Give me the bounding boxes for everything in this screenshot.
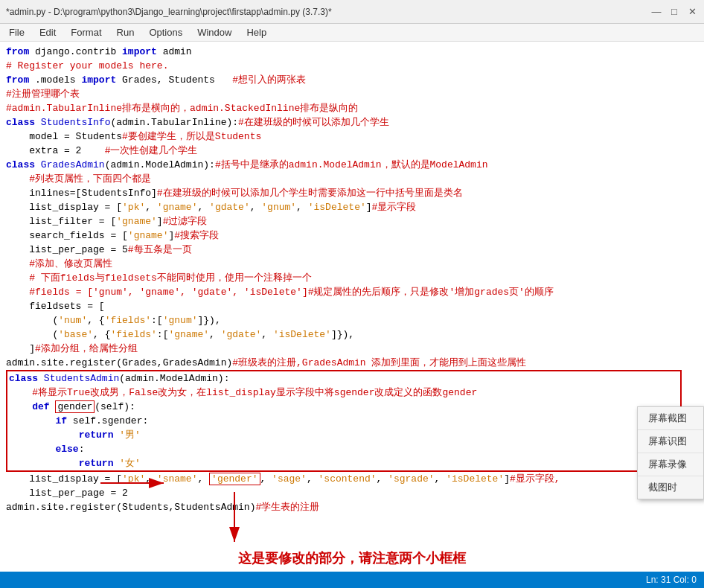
bottom-note: 这是要修改的部分，请注意两个小框框 bbox=[0, 546, 704, 572]
menu-run[interactable]: Run bbox=[111, 25, 141, 39]
maximize-button[interactable]: □ bbox=[668, 6, 680, 18]
menu-options[interactable]: Options bbox=[143, 25, 188, 39]
menu-window[interactable]: Window bbox=[191, 25, 237, 39]
menu-file[interactable]: File bbox=[3, 25, 31, 39]
ctx-screenshot[interactable]: 屏幕截图 bbox=[638, 407, 703, 430]
ctx-clip[interactable]: 截图时 bbox=[638, 476, 703, 499]
title-text: *admin.py - D:\program\python3\Django_le… bbox=[6, 7, 332, 17]
status-bar: Ln: 31 Col: 0 bbox=[0, 572, 704, 588]
minimize-button[interactable]: — bbox=[650, 6, 662, 18]
title-bar: *admin.py - D:\program\python3\Django_le… bbox=[0, 0, 704, 24]
editor-container: from django.contrib import admin# Regist… bbox=[0, 42, 704, 572]
menu-help[interactable]: Help bbox=[240, 25, 272, 39]
code-area[interactable]: from django.contrib import admin# Regist… bbox=[0, 42, 704, 545]
context-menu: 屏幕截图 屏幕识图 屏幕录像 截图时 bbox=[637, 406, 704, 499]
menu-format[interactable]: Format bbox=[65, 25, 107, 39]
menu-edit[interactable]: Edit bbox=[33, 25, 62, 39]
ctx-record[interactable]: 屏幕录像 bbox=[638, 453, 703, 476]
close-button[interactable]: ✕ bbox=[686, 6, 698, 18]
cursor-position: Ln: 31 Col: 0 bbox=[646, 575, 697, 585]
window-controls: — □ ✕ bbox=[650, 6, 698, 18]
ctx-ocr[interactable]: 屏幕识图 bbox=[638, 430, 703, 453]
menu-bar: File Edit Format Run Options Window Help bbox=[0, 24, 704, 42]
